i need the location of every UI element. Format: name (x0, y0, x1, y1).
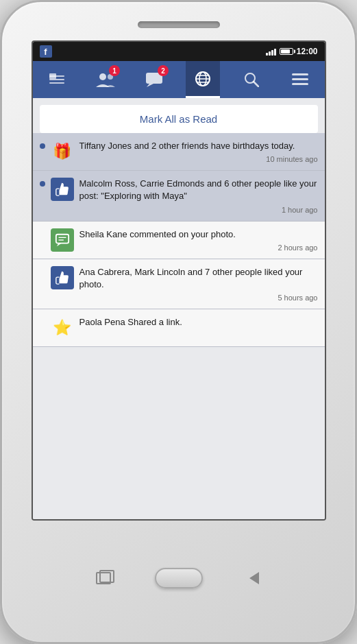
phone-frame: f 12:00 (0, 0, 357, 644)
svg-rect-17 (292, 83, 308, 85)
content-area: Mark All as Read 🎁 Tiffany Jones and 2 o… (33, 98, 325, 519)
back-icon (249, 572, 259, 584)
home-button[interactable] (155, 568, 203, 588)
notification-text: Paola Pena Shared a link. (79, 316, 318, 329)
notification-item[interactable]: ⭐ Paola Pena Shared a link. (33, 309, 325, 347)
notification-item[interactable]: Ana Cabrera, Mark Lincoln and 7 other pe… (33, 259, 325, 309)
battery-icon (280, 48, 293, 55)
svg-point-4 (99, 73, 106, 80)
status-bar-left: f (40, 45, 52, 58)
unread-dot (40, 181, 45, 187)
notification-icon-like (51, 266, 74, 289)
clock: 12:00 (297, 47, 318, 56)
nav-search[interactable] (234, 61, 269, 98)
nav-menu[interactable] (283, 61, 317, 98)
notification-time: 5 hours ago (79, 294, 318, 302)
phone-screen: f 12:00 (32, 40, 326, 521)
notification-icon-star: ⭐ (51, 316, 74, 339)
home-icon (49, 73, 65, 86)
status-bar-right: 12:00 (266, 47, 318, 56)
notification-text: Malcolm Ross, Carrie Edmonds and 6 other… (79, 178, 318, 202)
phone-bottom (93, 521, 264, 642)
facebook-status-icon: f (40, 45, 52, 58)
notification-item[interactable]: 🎁 Tiffany Jones and 2 other friends have… (33, 133, 325, 171)
back-button[interactable] (244, 570, 264, 586)
recents-button[interactable] (93, 570, 114, 586)
menu-icon (292, 73, 308, 86)
nav-home[interactable] (40, 61, 74, 98)
svg-marker-7 (147, 84, 153, 87)
notification-text: Tiffany Jones and 2 other friends have b… (79, 140, 318, 152)
svg-line-14 (254, 82, 258, 86)
friends-badge: 1 (109, 65, 120, 76)
phone-speaker (138, 21, 220, 28)
globe-icon (195, 71, 211, 87)
notification-text: Sheila Kane commented on your photo. (79, 228, 318, 241)
recents-icon (96, 572, 111, 584)
notification-icon-comment (51, 228, 74, 252)
nav-friends[interactable]: 1 (88, 61, 123, 98)
nav-notifications[interactable] (186, 61, 220, 98)
svg-rect-16 (292, 78, 308, 80)
svg-rect-1 (49, 79, 64, 80)
nav-bar: 1 2 (33, 61, 325, 98)
notification-item[interactable]: Malcolm Ross, Carrie Edmonds and 6 other… (33, 171, 325, 221)
signal-icon (266, 47, 276, 56)
mark-all-read-button[interactable]: Mark All as Read (40, 105, 318, 133)
svg-rect-15 (292, 73, 308, 75)
unread-dot (40, 143, 45, 149)
notification-icon-like (51, 178, 74, 201)
nav-messages[interactable]: 2 (137, 61, 171, 98)
search-icon (244, 72, 259, 87)
notification-item[interactable]: Sheila Kane commented on your photo. 2 h… (33, 222, 325, 259)
svg-rect-2 (49, 82, 64, 84)
svg-rect-18 (56, 234, 68, 243)
notification-time: 2 hours ago (79, 243, 318, 252)
messages-badge: 2 (158, 65, 169, 76)
notification-time: 1 hour ago (79, 206, 318, 214)
svg-rect-3 (49, 73, 56, 79)
notification-time: 10 minutes ago (79, 155, 318, 163)
notification-text: Ana Cabrera, Mark Lincoln and 7 other pe… (79, 266, 318, 291)
status-bar: f 12:00 (33, 42, 325, 61)
notification-icon-gift: 🎁 (51, 140, 74, 163)
